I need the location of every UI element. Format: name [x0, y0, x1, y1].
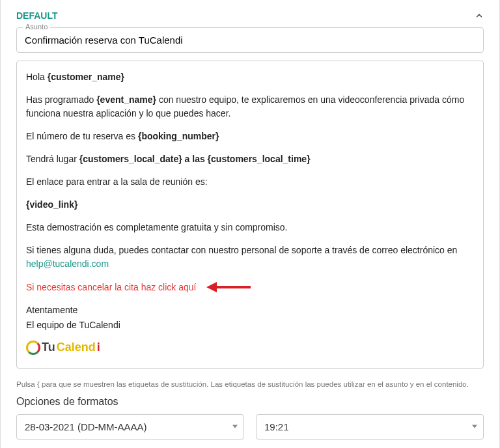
date-format-value: 28-03-2021 (DD-MM-AAAA) [25, 421, 147, 432]
logo-swirl-icon [26, 341, 40, 355]
body-video-link: {video_link} [26, 198, 474, 212]
panel-header[interactable]: DEFAULT [1, 0, 499, 27]
body-greeting: Hola {customer_name} [26, 70, 474, 84]
body-logo: TuCalendi [26, 339, 474, 359]
format-options-section: Opciones de formatos 28-03-2021 (DD-MM-A… [1, 396, 499, 449]
panel-title: DEFAULT [16, 10, 58, 21]
arrow-left-icon [206, 280, 252, 294]
body-link-intro: El enlace para entrar a la sala de reuni… [26, 175, 474, 189]
support-email-link[interactable]: help@tucalendi.com [26, 259, 109, 269]
subject-label: Asunto [23, 23, 50, 31]
body-signature: Atentamente El equipo de TuCalendi [26, 303, 474, 332]
body-cancel-line: Si necesitas cancelar la cita haz click … [26, 280, 474, 294]
subject-field-wrap: Asunto [16, 27, 484, 53]
body-intro: Has programado {event_name} con nuestro … [26, 93, 474, 120]
format-select-row: 28-03-2021 (DD-MM-AAAA) 19:21 [16, 414, 484, 440]
email-template-panel: DEFAULT Asunto Hola {customer_name} Has … [0, 0, 500, 448]
time-format-select[interactable]: 19:21 [256, 414, 484, 440]
substitution-help-text: Pulsa { para que se muestren las etiquet… [1, 376, 499, 396]
subject-input[interactable] [16, 27, 484, 53]
body-datetime: Tendrá lugar {customers_local_date} a la… [26, 152, 474, 166]
svg-marker-1 [206, 282, 217, 292]
format-section-label: Opciones de formatos [16, 396, 484, 408]
caret-down-icon [232, 425, 238, 428]
chevron-up-icon[interactable] [475, 11, 484, 20]
body-support: Si tienes alguna duda, puedes contactar … [26, 244, 474, 271]
date-format-select[interactable]: 28-03-2021 (DD-MM-AAAA) [16, 414, 244, 440]
body-free-note: Esta demostración es completamente gratu… [26, 221, 474, 234]
panel-content: Asunto Hola {customer_name} Has programa… [1, 27, 499, 376]
time-format-select-wrap: 19:21 [256, 414, 484, 440]
email-body-editor[interactable]: Hola {customer_name} Has programado {eve… [16, 61, 484, 369]
date-format-select-wrap: 28-03-2021 (DD-MM-AAAA) [16, 414, 244, 440]
time-format-value: 19:21 [264, 421, 289, 432]
cancel-link[interactable]: Si necesitas cancelar la cita haz click … [26, 281, 196, 294]
caret-down-icon [472, 425, 477, 428]
body-booking-number: El número de tu reserva es {booking_numb… [26, 130, 474, 143]
